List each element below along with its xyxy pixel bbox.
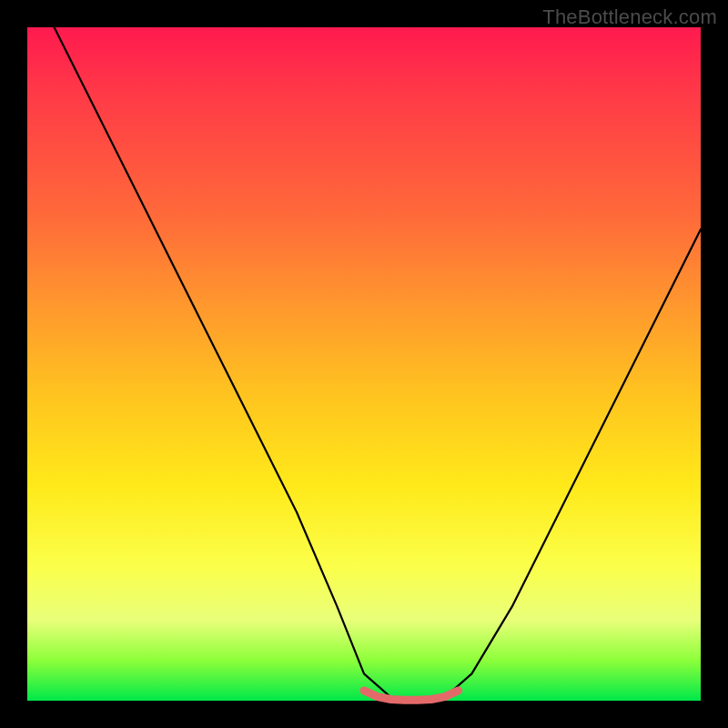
flat-segment-path [364,691,459,700]
plot-area [27,27,701,701]
chart-stage: TheBottleneck.com [0,0,728,728]
curve-svg [27,27,701,701]
main-curve-path [55,27,701,701]
watermark-text: TheBottleneck.com [542,5,717,29]
